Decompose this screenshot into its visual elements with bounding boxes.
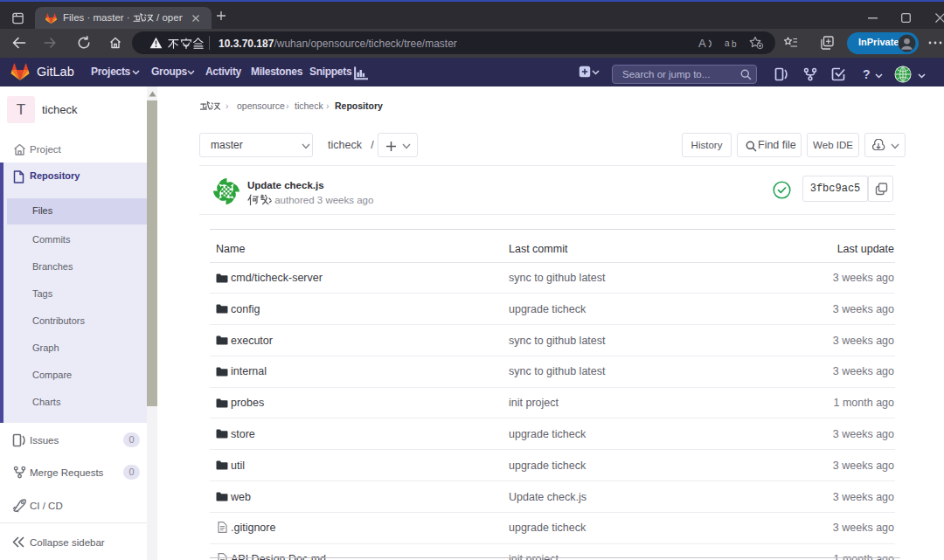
svg-text:A: A [698,37,706,50]
svg-text:?: ? [863,67,871,81]
svg-text:a: a [725,38,730,48]
svg-text:b: b [732,39,737,49]
